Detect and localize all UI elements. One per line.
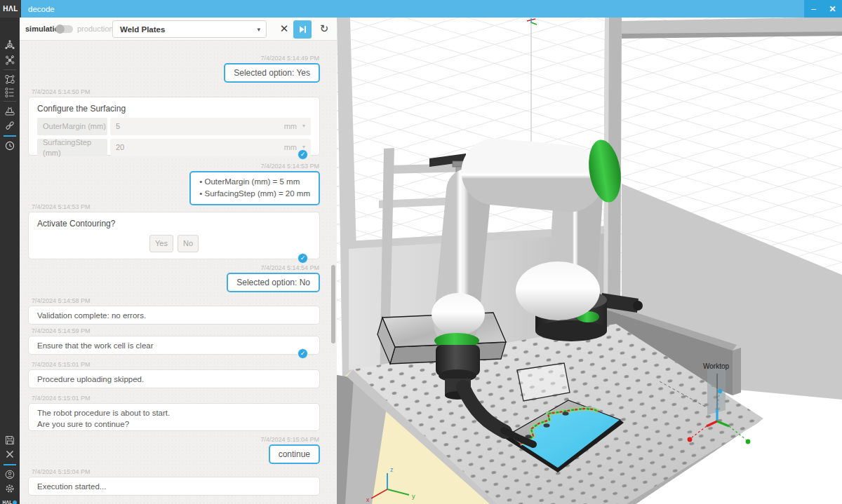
minimize-button[interactable]: – [804, 0, 823, 18]
user-reply-bubble: continue [269, 444, 320, 464]
play-to-end-icon [298, 25, 307, 34]
chat-message-list[interactable]: 7/4/2024 5:14:49 PM Selected option: Yes… [20, 41, 337, 504]
worktop-label: Worktop [703, 362, 729, 370]
procedure-chat-panel: simulation production Weld Plates ▾ ✕ ↻ … [20, 18, 337, 504]
status-message-card: Ensure that the work cell is clear ✓ [28, 336, 320, 355]
user-reply-bubble: Selected option: Yes [224, 63, 320, 83]
sidebar-active-indicator [4, 135, 16, 137]
message-timestamp: 7/4/2024 5:14:49 PM [260, 55, 319, 62]
frame-gizmo-icon[interactable] [4, 40, 15, 51]
mode-toggle[interactable] [56, 25, 73, 33]
message-timestamp: 7/4/2024 5:15:04 PM [32, 468, 91, 475]
close-button[interactable]: ✕ [823, 0, 842, 18]
program-dropdown[interactable]: Weld Plates ▾ [112, 20, 267, 38]
mode-production-label: production [77, 25, 113, 33]
sidebar-divider-blue [4, 464, 16, 465]
outermargin-input[interactable]: 5 mm ▾ [110, 118, 311, 135]
program-flow-icon[interactable] [4, 74, 15, 85]
message-timestamp: 7/4/2024 5:15:04 PM [260, 436, 319, 443]
hal-mini-logo: HΛL [0, 500, 20, 504]
hal-logo: HΛL [0, 0, 21, 18]
sidebar-divider [4, 69, 16, 70]
card-text: Ensure that the work cell is clear [37, 341, 154, 350]
status-message-card: Validation complete: no errors. [28, 306, 320, 325]
user-reply-bubble: • OuterMargin (mm) = 5 mm • SurfacingSte… [189, 171, 320, 205]
tool-sidebar: HΛL [0, 18, 20, 504]
status-message-card: Procedure uploading skipped. [28, 369, 320, 388]
message-timestamp: 7/4/2024 5:14:58 PM [32, 297, 91, 304]
reset-button[interactable]: ↻ [316, 21, 332, 36]
link-icon[interactable] [4, 120, 15, 131]
surfacingstep-input[interactable]: 20 mm ▾ [110, 139, 311, 156]
field-value: 20 [116, 142, 284, 153]
card-line: The robot procedure is about to start. [37, 408, 311, 419]
window-title: decode [28, 0, 804, 18]
axis-z-label: z [390, 466, 394, 473]
field-label: OuterMargin (mm) [37, 118, 107, 135]
card-title: Configure the Surfacing [37, 103, 311, 114]
reply-line: • OuterMargin (mm) = 5 mm [199, 176, 310, 188]
mode-toggle-knob [55, 25, 65, 34]
field-value: 5 [116, 121, 284, 132]
hal-decode-window: HΛL decode – ✕ [0, 0, 842, 504]
field-unit: mm [284, 142, 297, 153]
message-timestamp: 7/4/2024 5:15:01 PM [32, 361, 91, 368]
user-reply-bubble: Selected option: No [227, 273, 320, 292]
message-timestamp: 7/4/2024 5:14:54 PM [260, 264, 319, 271]
message-timestamp: 7/4/2024 5:14:50 PM [32, 88, 91, 95]
form-row-outermargin: OuterMargin (mm) 5 mm ▾ [37, 118, 311, 135]
card-line: Are you sure to continue? [37, 419, 311, 430]
message-timestamp: 7/4/2024 5:14:59 PM [32, 327, 91, 334]
network-icon[interactable] [4, 55, 15, 66]
reply-line: • SurfacingStep (mm) = 20 mm [199, 188, 310, 200]
chat-scrollbar[interactable] [331, 265, 335, 343]
close-session-icon[interactable] [4, 449, 15, 460]
stop-button[interactable]: ✕ [276, 21, 292, 36]
play-button[interactable] [293, 20, 312, 39]
title-bar: HΛL decode – ✕ [0, 0, 842, 18]
done-check-badge: ✓ [298, 348, 308, 359]
form-row-surfacingstep: SurfacingStep (mm) 20 mm ▾ [37, 139, 311, 156]
user-icon[interactable] [4, 469, 15, 480]
contouring-question-card: Activate Contouring? Yes No ✓ [28, 212, 320, 259]
simulation-3d-viewport[interactable]: Worktop z x y [337, 18, 842, 504]
message-timestamp: 7/4/2024 5:14:53 PM [260, 163, 319, 170]
done-check-badge: ✓ [298, 149, 308, 160]
no-button[interactable]: No [178, 235, 199, 252]
parameters-icon[interactable] [4, 87, 15, 98]
settings-gear-icon[interactable] [4, 483, 15, 494]
message-timestamp: 7/4/2024 5:14:53 PM [32, 203, 91, 210]
axis-x-label: x [366, 496, 370, 503]
history-clock-icon[interactable] [4, 140, 15, 151]
field-label: SurfacingStep (mm) [37, 139, 107, 156]
sidebar-divider [4, 101, 16, 102]
confirm-start-card: The robot procedure is about to start. A… [28, 403, 320, 431]
save-icon[interactable] [4, 435, 15, 446]
window-controls: – ✕ [804, 0, 842, 18]
surfacing-config-card: Configure the Surfacing OuterMargin (mm)… [28, 97, 320, 156]
program-name: Weld Plates [120, 25, 257, 34]
chat-toolbar: simulation production Weld Plates ▾ ✕ ↻ [20, 18, 337, 41]
chevron-down-icon[interactable]: ▾ [302, 123, 305, 130]
hal-status-dot [13, 500, 17, 504]
axis-y-label: y [412, 493, 415, 500]
hal-mini-text: HΛL [3, 500, 13, 504]
yes-button[interactable]: Yes [149, 235, 173, 252]
message-timestamp: 7/4/2024 5:15:01 PM [32, 395, 91, 402]
card-title: Activate Contouring? [37, 218, 311, 229]
field-unit: mm [284, 121, 297, 132]
choice-buttons: Yes No [37, 235, 311, 252]
chevron-down-icon: ▾ [257, 26, 260, 33]
done-check-badge: ✓ [298, 253, 308, 264]
workcell-icon[interactable] [4, 106, 15, 117]
status-message-card: Execution started... [28, 477, 320, 496]
